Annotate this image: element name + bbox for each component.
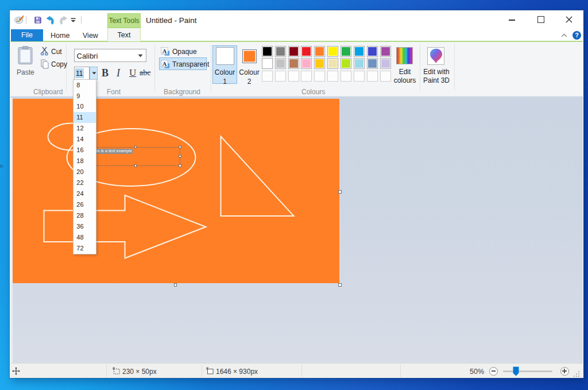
svg-text:A: A — [163, 48, 167, 55]
svg-text:A: A — [163, 60, 167, 67]
